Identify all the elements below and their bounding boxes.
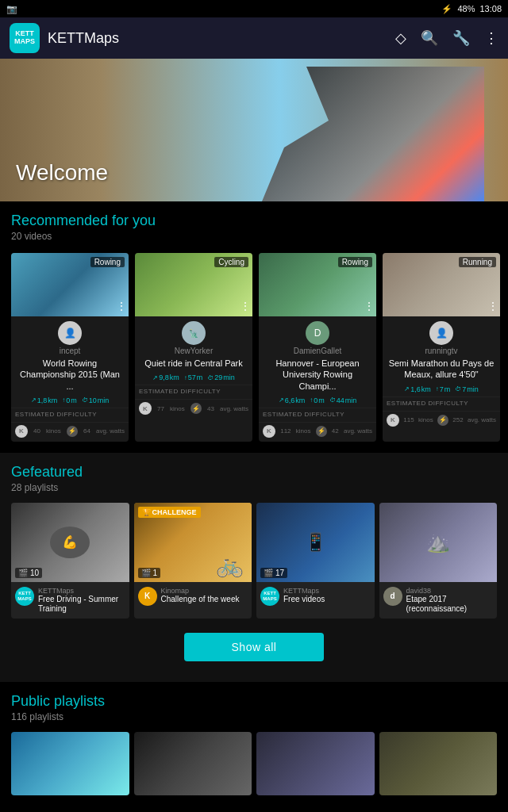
- video-tag: Cycling: [214, 257, 248, 267]
- kinos-value: 40: [33, 427, 40, 435]
- playlist-thumbnail: 📱 🎬 17: [256, 503, 375, 582]
- kinos-label: kinos: [296, 427, 311, 435]
- challenge-badge: 🏆 CHALLENGE: [138, 507, 201, 518]
- kinos-badge: K: [15, 425, 28, 438]
- watts-label: avg. watts: [344, 427, 372, 435]
- distance-stat: ↗1,6km: [404, 385, 431, 393]
- watts-label: avg. watts: [468, 416, 496, 423]
- video-cards-scroll[interactable]: Rowing ⋮ 👤 incept World Rowing Champions…: [0, 245, 508, 453]
- public-playlists-section: Public playlists 116 playlists: [0, 682, 508, 802]
- video-menu-icon[interactable]: ⋮: [364, 300, 375, 312]
- playlist-text: KETTMaps Free videos: [283, 587, 371, 604]
- video-stats: ↗6,6km ↑0m ⏱44min: [259, 396, 376, 408]
- recommended-title: Recommended for you: [11, 213, 497, 229]
- public-playlist-grid: [0, 726, 508, 802]
- watts-badge: ⚡: [316, 426, 327, 437]
- watts-label: avg. watts: [220, 405, 248, 412]
- playlist-card[interactable]: 📱 🎬 17 KETTMAPS KETTMaps Free videos: [256, 503, 375, 619]
- playlist-avatar: KETTMAPS: [260, 587, 279, 606]
- playlist-count-icon: 🎬: [264, 569, 273, 577]
- playlist-count: 🎬 10: [15, 568, 42, 578]
- playlist-info: KETTMAPS KETTMaps Free videos: [256, 582, 375, 611]
- video-thumbnail: Rowing ⋮: [259, 253, 376, 316]
- duration-stat: ⏱44min: [329, 396, 357, 404]
- kinos-label: kinos: [170, 405, 185, 412]
- elevation-stat: ↑0m: [62, 396, 77, 404]
- elevation-stat: ↑7m: [436, 385, 451, 393]
- video-menu-icon[interactable]: ⋮: [116, 300, 127, 312]
- playlist-count: 🎬 1: [138, 568, 161, 578]
- public-playlist-thumb[interactable]: [256, 732, 375, 795]
- search-icon[interactable]: 🔍: [421, 29, 438, 47]
- kinos-value: 77: [157, 405, 164, 412]
- playlist-info: K Kinomap Challenge of the week: [134, 582, 252, 611]
- video-tag: Running: [459, 257, 496, 267]
- playlist-card[interactable]: 💪 🎬 10 KETTMAPS KETTMaps Free Driving - …: [11, 503, 129, 619]
- gefeatured-header: Gefeatured 28 playlists: [0, 464, 508, 496]
- playlist-count-icon: 🎬: [141, 569, 151, 577]
- playlist-info: KETTMAPS KETTMaps Free Driving - Summer …: [11, 582, 129, 619]
- app-bar: KETTMAPS KETTMaps ◇ 🔍 🔧 ⋮: [0, 17, 508, 59]
- app-bar-actions: ◇ 🔍 🔧 ⋮: [395, 29, 498, 47]
- video-title: Hannover - European University Rowing Ch…: [259, 355, 376, 396]
- video-title: World Rowing Championship 2015 (Man ...: [11, 355, 129, 396]
- kinos-label: kinos: [418, 416, 433, 423]
- watts-badge: ⚡: [67, 426, 78, 437]
- duration-stat: ⏱7min: [455, 385, 479, 393]
- public-playlist-thumb[interactable]: [11, 732, 129, 795]
- distance-stat: ↗1,8km: [31, 396, 58, 404]
- playlist-avatar: d: [383, 587, 402, 606]
- author-name: DamienGallet: [259, 347, 376, 355]
- playlist-text: david38 Etape 2017 (reconnaissance): [406, 587, 494, 614]
- watts-label: avg. watts: [96, 427, 125, 435]
- playlist-text: Kinomap Challenge of the week: [161, 587, 248, 604]
- video-card[interactable]: Rowing ⋮ 👤 incept World Rowing Champions…: [11, 253, 129, 442]
- duration-stat: ⏱10min: [82, 396, 110, 404]
- app-logo: KETTMAPS: [10, 23, 40, 53]
- difficulty-values: K 115 kinos ⚡ 252 avg. watts: [383, 411, 500, 431]
- video-card[interactable]: Cycling ⋮ 🗽 NewYorker Quiet ride in Cent…: [135, 253, 252, 442]
- playlist-info: d david38 Etape 2017 (reconnaissance): [379, 582, 498, 619]
- watts-badge: ⚡: [437, 415, 448, 426]
- video-title: Quiet ride in Central Park: [135, 355, 252, 373]
- video-thumbnail: Cycling ⋮: [135, 253, 252, 316]
- video-menu-icon[interactable]: ⋮: [487, 300, 498, 312]
- difficulty-label: ESTIMATED DIFFICULTY: [387, 400, 468, 407]
- elevation-stat: ↑0m: [310, 396, 325, 404]
- bookmark-icon[interactable]: ◇: [395, 29, 406, 47]
- difficulty-values: K 112 kinos ⚡ 42 avg. watts: [259, 422, 376, 442]
- gefeatured-title: Gefeatured: [11, 464, 497, 481]
- video-card[interactable]: Running ⋮ 👤 runningtv Semi Marathon du P…: [383, 253, 500, 442]
- playlist-author: KETTMaps: [283, 587, 371, 595]
- kinos-value: 115: [403, 416, 414, 423]
- watts-badge: ⚡: [190, 403, 202, 414]
- show-all-button[interactable]: Show all: [184, 633, 325, 661]
- difficulty-label: ESTIMATED DIFFICULTY: [263, 411, 344, 418]
- playlist-card[interactable]: ⛰️ d david38 Etape 2017 (reconnaissance): [379, 503, 498, 619]
- public-playlist-thumb[interactable]: [134, 732, 252, 795]
- bluetooth-icon: ⚡: [441, 4, 452, 14]
- status-bar-left: 📷: [6, 4, 17, 14]
- public-playlists-title: Public playlists: [11, 693, 497, 710]
- public-playlist-thumb[interactable]: [379, 732, 498, 795]
- public-playlists-header: Public playlists 116 playlists: [0, 693, 508, 726]
- playlist-thumbnail: ⛰️: [379, 503, 498, 582]
- kinos-label: kinos: [46, 427, 61, 435]
- author-avatar: 👤: [429, 321, 453, 345]
- battery-status: 48%: [457, 4, 475, 13]
- watts-value: 42: [332, 427, 339, 435]
- playlist-thumbnail: 🚲 🏆 CHALLENGE 🎬 1: [134, 503, 252, 582]
- video-menu-icon[interactable]: ⋮: [240, 300, 251, 312]
- playlist-grid: 💪 🎬 10 KETTMAPS KETTMaps Free Driving - …: [0, 496, 508, 625]
- more-options-icon[interactable]: ⋮: [484, 29, 498, 47]
- recommended-subtitle: 20 videos: [11, 231, 497, 242]
- wrench-icon[interactable]: 🔧: [452, 29, 470, 47]
- hero-welcome-text: Welcome: [16, 160, 108, 186]
- difficulty-label: ESTIMATED DIFFICULTY: [139, 388, 221, 395]
- video-card[interactable]: Rowing ⋮ D DamienGallet Hannover - Europ…: [259, 253, 376, 442]
- playlist-name: Etape 2017 (reconnaissance): [406, 595, 494, 614]
- author-name: NewYorker: [135, 347, 252, 355]
- playlist-card[interactable]: 🚲 🏆 CHALLENGE 🎬 1 K Kinomap Challenge of…: [134, 503, 252, 619]
- public-playlists-subtitle: 116 playlists: [11, 711, 497, 722]
- difficulty-values: K 77 kinos ⚡ 43 avg. watts: [135, 399, 252, 419]
